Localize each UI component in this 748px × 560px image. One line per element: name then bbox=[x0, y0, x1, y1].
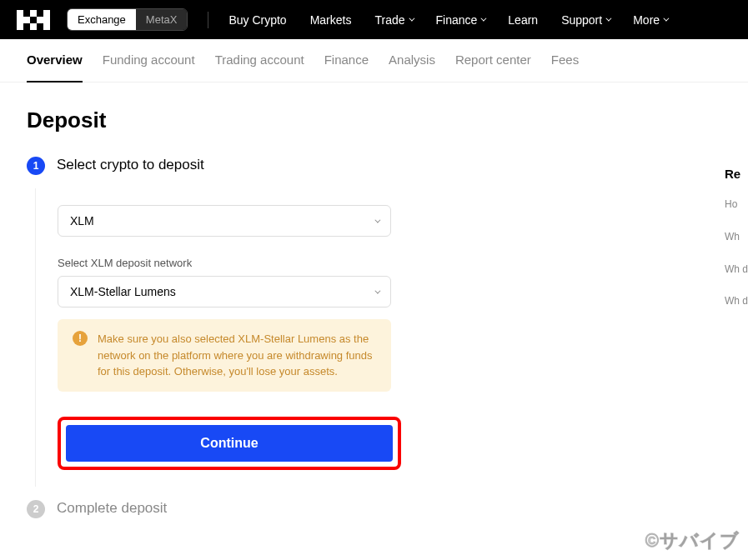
nav-buy-crypto[interactable]: Buy Crypto bbox=[228, 13, 286, 27]
mode-toggle: Exchange MetaX bbox=[67, 8, 188, 31]
chevron-down-icon bbox=[663, 16, 669, 22]
continue-button[interactable]: Continue bbox=[66, 425, 393, 462]
chevron-down-icon bbox=[409, 16, 414, 22]
step-1-title: Select crypto to deposit bbox=[57, 157, 204, 173]
metax-toggle[interactable]: MetaX bbox=[136, 9, 188, 30]
nav-more[interactable]: More bbox=[633, 13, 667, 27]
tab-report-center[interactable]: Report center bbox=[455, 39, 531, 82]
warning-box: ! Make sure you also selected XLM-Stella… bbox=[58, 319, 391, 392]
tab-trading-account[interactable]: Trading account bbox=[215, 39, 304, 82]
chevron-down-icon bbox=[606, 16, 612, 22]
nav-finance[interactable]: Finance bbox=[436, 13, 485, 27]
network-select-value: XLM-Stellar Lumens bbox=[70, 285, 176, 298]
step-1-body: XLM Select XLM deposit network XLM-Stell… bbox=[35, 188, 402, 487]
nav-divider bbox=[208, 12, 208, 28]
step-2-number: 2 bbox=[27, 500, 45, 518]
nav-trade[interactable]: Trade bbox=[374, 13, 412, 27]
step-2-header: 2 Complete deposit bbox=[27, 500, 721, 518]
main-content: Deposit 1 Select crypto to deposit XLM S… bbox=[0, 82, 748, 557]
sidebar-link[interactable]: Wh dep bbox=[725, 294, 748, 308]
step-1-number: 1 bbox=[27, 157, 45, 175]
okx-logo[interactable] bbox=[17, 10, 50, 30]
sub-navigation: Overview Funding account Trading account… bbox=[0, 39, 748, 82]
chevron-down-icon bbox=[374, 217, 380, 222]
tab-fees[interactable]: Fees bbox=[551, 39, 579, 82]
continue-highlight: Continue bbox=[58, 417, 401, 470]
sidebar-link[interactable]: Ho bbox=[725, 198, 748, 212]
sidebar-link[interactable]: Wh dep bbox=[725, 262, 748, 277]
network-select[interactable]: XLM-Stellar Lumens bbox=[58, 276, 391, 308]
step-2-title: Complete deposit bbox=[57, 500, 167, 517]
sidebar-title: Re bbox=[725, 167, 748, 181]
network-label: Select XLM deposit network bbox=[58, 257, 402, 269]
chevron-down-icon bbox=[481, 16, 487, 22]
tab-funding-account[interactable]: Funding account bbox=[103, 39, 195, 82]
sidebar-link[interactable]: Wh bbox=[725, 230, 748, 244]
step-1-header: 1 Select crypto to deposit bbox=[27, 157, 721, 175]
top-navigation: Exchange MetaX Buy Crypto Markets Trade … bbox=[0, 0, 748, 39]
tab-overview[interactable]: Overview bbox=[27, 39, 83, 82]
chevron-down-icon bbox=[374, 288, 380, 293]
watermark: ©サバイブ bbox=[645, 528, 740, 553]
crypto-select-value: XLM bbox=[70, 214, 94, 228]
related-sidebar: Re Ho Wh Wh dep Wh dep bbox=[725, 167, 748, 327]
nav-items: Buy Crypto Markets Trade Finance Learn S… bbox=[228, 13, 667, 27]
tab-finance[interactable]: Finance bbox=[324, 39, 369, 82]
nav-support[interactable]: Support bbox=[561, 13, 610, 27]
page-title: Deposit bbox=[27, 108, 721, 133]
nav-learn[interactable]: Learn bbox=[508, 13, 538, 27]
exchange-toggle[interactable]: Exchange bbox=[68, 9, 136, 30]
crypto-select[interactable]: XLM bbox=[58, 205, 391, 237]
tab-analysis[interactable]: Analysis bbox=[389, 39, 435, 82]
nav-markets[interactable]: Markets bbox=[310, 13, 352, 27]
warning-icon: ! bbox=[73, 331, 88, 346]
warning-text: Make sure you also selected XLM-Stellar … bbox=[98, 331, 376, 380]
